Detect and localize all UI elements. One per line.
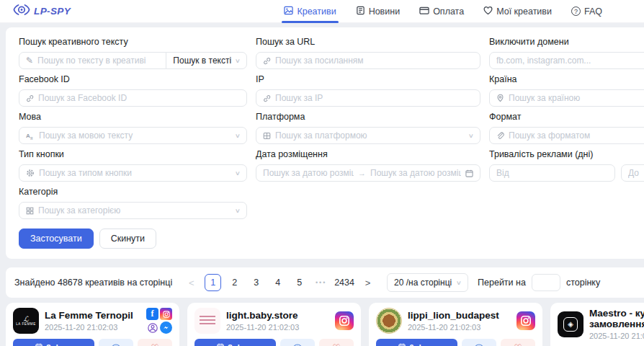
goto-prefix-label: Перейти на	[478, 278, 526, 288]
days-active-button[interactable]: 3 days	[13, 339, 94, 346]
country-input[interactable]	[509, 93, 644, 103]
news-icon	[356, 6, 365, 17]
view-button[interactable]	[462, 339, 496, 346]
page-button-2[interactable]: 2	[226, 274, 243, 291]
filter-facebook-id: Facebook ID	[19, 74, 247, 107]
page-button-5[interactable]: 5	[291, 274, 308, 291]
nav-creatives[interactable]: Креативи	[284, 0, 336, 23]
creative-name-link[interactable]: Maestro - кухні, меблі на замовлення в У…	[589, 308, 644, 329]
link-icon	[263, 94, 271, 102]
nav-label: Креативи	[297, 6, 336, 17]
category-select-box: ∨	[19, 202, 247, 219]
per-page-select[interactable]: 20 /на сторінці ∨	[387, 273, 468, 292]
instagram-icon	[160, 308, 172, 320]
messenger-icon	[160, 321, 172, 334]
calendar-icon	[35, 343, 43, 346]
instagram-icon	[516, 311, 535, 330]
audience-network-icon	[146, 321, 158, 334]
button-type-input[interactable]	[39, 168, 231, 178]
page-button-3[interactable]: 3	[248, 274, 264, 291]
facebook-id-input[interactable]	[38, 93, 240, 103]
date-end-input[interactable]	[370, 168, 461, 178]
link-icon	[263, 57, 271, 65]
filter-creative-text: Пошук креативного тексту ✎ Пошук в текст…	[19, 37, 247, 69]
filter-placement-date: Дата розміщення →	[256, 149, 480, 182]
chevron-down-icon: ∨	[235, 170, 241, 177]
question-icon: ?	[571, 6, 581, 16]
days-active-button[interactable]: 3 days	[194, 339, 276, 346]
platform-input[interactable]	[275, 130, 465, 141]
avatar-logo-mark	[200, 316, 215, 326]
brand-logo[interactable]: LP-SPY	[13, 4, 71, 19]
page-button-4[interactable]: 4	[269, 274, 286, 291]
network-badges	[516, 311, 535, 330]
filter-format: Формат	[489, 112, 644, 144]
goto-page-input[interactable]	[532, 274, 560, 291]
chevron-down-icon: ∨	[235, 133, 241, 139]
pencil-icon: ✎	[26, 56, 33, 65]
creative-name-link[interactable]: lippi_lion_budapest	[408, 310, 511, 321]
prev-page-button[interactable]: <	[183, 274, 200, 291]
language-input[interactable]	[39, 130, 231, 141]
filter-button-type: Тип кнопки ∨	[19, 149, 247, 182]
duration-to-input[interactable]	[628, 168, 644, 178]
network-badges	[335, 311, 354, 330]
filter-country: Країна	[489, 74, 644, 107]
nav-payment[interactable]: Оплата	[419, 0, 464, 23]
field-label: Країна	[489, 74, 644, 85]
search-mode-select[interactable]: Пошук в тексті ∨	[166, 52, 247, 69]
page-button-last[interactable]: 2434	[334, 274, 354, 291]
eye-logo-icon	[13, 4, 30, 19]
nav-label: Новини	[369, 6, 401, 17]
pagination-bar: Знайдено 48678 креативів на сторінці < 1…	[6, 267, 644, 298]
field-label: Facebook ID	[19, 74, 247, 85]
duration-from-box	[489, 164, 615, 182]
days-active-button[interactable]: 0 days	[376, 339, 457, 346]
format-input[interactable]	[509, 130, 644, 141]
avatar: ℒ LA FEMME	[13, 308, 39, 334]
page-button-1[interactable]: 1	[205, 274, 221, 291]
nav-news[interactable]: Новини	[356, 0, 401, 23]
days-label: 3 days	[228, 343, 254, 346]
goto-suffix-label: сторінку	[566, 278, 600, 288]
link-icon	[26, 94, 34, 102]
ip-input[interactable]	[275, 93, 473, 103]
favorite-button[interactable]: ♡	[501, 339, 535, 346]
favorite-button[interactable]: ♡	[319, 339, 354, 346]
field-label: Формат	[489, 112, 644, 123]
filters-panel: Пошук креативного тексту ✎ Пошук в текст…	[6, 27, 644, 259]
url-input-box	[256, 52, 480, 69]
creative-text-input[interactable]	[37, 56, 159, 66]
ellipsis-icon[interactable]: •••	[313, 274, 329, 291]
creative-name-link[interactable]: light.baby.store	[226, 310, 329, 321]
category-input[interactable]	[38, 205, 231, 216]
field-label: Тип кнопки	[19, 149, 247, 160]
field-label: Категорія	[19, 187, 247, 198]
view-button[interactable]	[280, 339, 315, 346]
apply-button[interactable]: Застосувати	[19, 229, 94, 249]
favorite-button[interactable]: ♡	[138, 339, 172, 346]
heart-icon: ♡	[151, 342, 159, 346]
date-start-input[interactable]	[263, 168, 354, 178]
gear-icon	[26, 169, 35, 177]
language-select-box: Aя ∨	[19, 127, 247, 144]
next-page-button[interactable]: >	[359, 274, 376, 291]
creative-card: lippi_lion_budapest 2025-11-20 21:02:03 …	[369, 303, 542, 346]
search-mode-value: Пошук в тексті	[173, 56, 231, 66]
image-icon	[284, 6, 293, 17]
creative-card: ◈ Maestro - кухні, меблі на замовлення в…	[550, 303, 644, 346]
date-range-picker[interactable]: →	[256, 164, 480, 182]
view-button[interactable]	[99, 339, 133, 346]
calendar-icon	[398, 343, 406, 346]
filter-ad-duration: Тривалість реклами (дні)	[489, 149, 644, 182]
exclude-domains-input[interactable]	[496, 56, 644, 66]
duration-from-input[interactable]	[496, 168, 608, 178]
nav-faq[interactable]: ? FAQ	[571, 0, 602, 23]
reset-button[interactable]: Скинути	[99, 229, 156, 249]
creative-name-link[interactable]: La Femme Ternopil	[45, 310, 140, 321]
heart-icon: ♡	[332, 342, 341, 346]
nav-my-creatives[interactable]: Мої креативи	[483, 0, 552, 23]
avatar-label: LA FEMME	[16, 322, 36, 326]
chevron-down-icon: ∨	[456, 280, 462, 286]
url-input[interactable]	[275, 56, 473, 66]
